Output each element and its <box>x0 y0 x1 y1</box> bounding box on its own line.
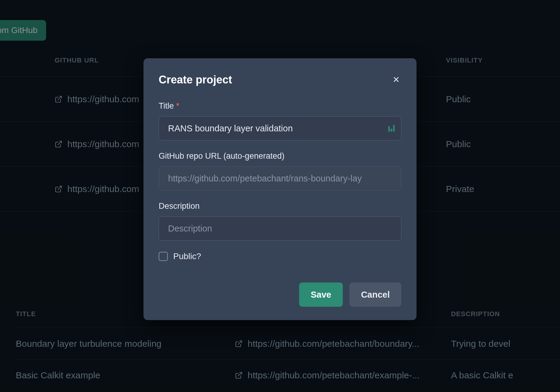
description-input[interactable] <box>159 216 401 241</box>
close-icon <box>392 76 400 83</box>
public-checkbox-label: Public? <box>173 252 201 261</box>
required-indicator: * <box>176 101 180 110</box>
description-field-group: Description <box>159 201 401 241</box>
repo-url-input <box>159 166 401 191</box>
public-checkbox[interactable] <box>159 252 168 261</box>
description-label: Description <box>159 201 401 211</box>
close-button[interactable] <box>391 74 401 86</box>
repo-url-label: GitHub repo URL (auto-generated) <box>159 151 401 161</box>
cancel-button[interactable]: Cancel <box>349 282 401 307</box>
modal-overlay: Create project Title * GitHub repo URL (… <box>0 0 560 392</box>
modal-footer: Save Cancel <box>159 282 401 307</box>
save-button[interactable]: Save <box>299 282 343 307</box>
repo-url-field-group: GitHub repo URL (auto-generated) <box>159 151 401 191</box>
title-label: Title * <box>159 101 401 111</box>
title-field-group: Title * <box>159 101 401 140</box>
public-checkbox-row[interactable]: Public? <box>159 252 401 261</box>
modal-header: Create project <box>159 73 401 86</box>
password-manager-icon <box>388 125 395 132</box>
modal-title: Create project <box>159 73 232 86</box>
title-input[interactable] <box>159 116 401 140</box>
create-project-modal: Create project Title * GitHub repo URL (… <box>143 58 417 320</box>
